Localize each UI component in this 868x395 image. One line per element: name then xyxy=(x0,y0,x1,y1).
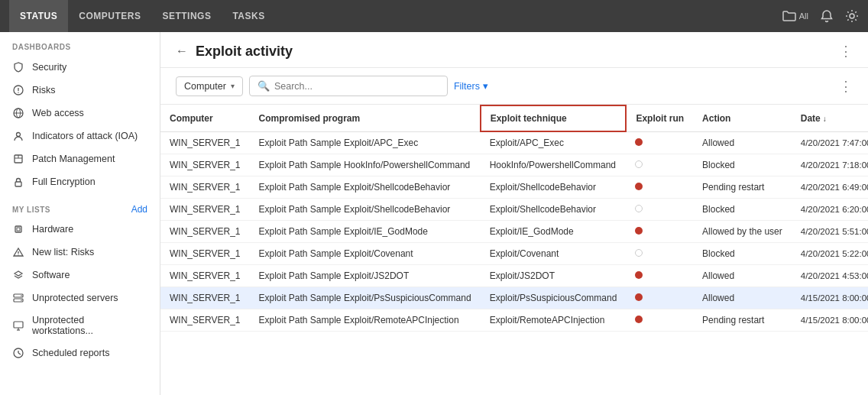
bell-icon[interactable] xyxy=(821,10,833,23)
top-nav-right: All xyxy=(782,9,859,23)
tab-status[interactable]: STATUS xyxy=(9,0,68,32)
sidebar-item-security[interactable]: Security xyxy=(0,56,160,79)
sidebar-item-unprotected-servers-label: Unprotected servers xyxy=(32,293,118,303)
cell-technique: Exploit/JS2DOT xyxy=(481,265,627,287)
table-row[interactable]: WIN_SERVER_1 Exploit Path Sample Exploit… xyxy=(160,309,868,332)
sidebar-item-ioa-label: Indicators of attack (IOA) xyxy=(32,131,138,141)
cell-computer: WIN_SERVER_1 xyxy=(160,221,249,243)
col-date[interactable]: Date↓ xyxy=(792,105,868,131)
sidebar-item-scheduled-reports[interactable]: Scheduled reports xyxy=(0,342,160,364)
top-nav: STATUS COMPUTERS SETTINGS TASKS All xyxy=(0,0,868,32)
cell-action: Allowed xyxy=(693,131,792,154)
cell-dot xyxy=(626,309,693,332)
svg-line-25 xyxy=(18,353,21,355)
user-icon xyxy=(12,130,24,142)
globe-icon xyxy=(12,107,24,119)
cell-technique: Exploit/PsSuspiciousCommand xyxy=(481,287,627,309)
exploit-activity-table: Computer Compromised program Exploit tec… xyxy=(160,105,868,332)
lock-icon xyxy=(12,176,24,188)
gear-icon[interactable] xyxy=(845,9,859,23)
folder-all-label: All xyxy=(799,11,808,21)
sidebar-item-hardware[interactable]: Hardware xyxy=(0,218,160,241)
shield-icon xyxy=(12,61,24,73)
cell-technique: HookInfo/PowershellCommand xyxy=(481,154,627,176)
cell-action: Allowed by the user xyxy=(693,221,792,243)
sidebar-item-encryption-label: Full Encryption xyxy=(32,176,96,187)
table-header-row: Computer Compromised program Exploit tec… xyxy=(160,105,868,131)
cell-action: Blocked xyxy=(693,243,792,265)
sidebar-item-encryption[interactable]: Full Encryption xyxy=(0,170,160,193)
layers-icon xyxy=(12,269,24,281)
my-lists-label: MY LISTS xyxy=(12,206,50,214)
cell-date: 4/15/2021 8:00:00 PM xyxy=(792,309,868,332)
cell-date: 4/15/2021 8:00:00 PM xyxy=(792,287,868,309)
col-action[interactable]: Action xyxy=(693,105,792,131)
back-button[interactable]: ← xyxy=(176,44,188,58)
sidebar-item-web-access[interactable]: Web access xyxy=(0,102,160,125)
table-row[interactable]: WIN_SERVER_1 Exploit Path Sample Exploit… xyxy=(160,199,868,221)
cell-computer: WIN_SERVER_1 xyxy=(160,265,249,287)
col-exploit-run[interactable]: Exploit run xyxy=(626,105,693,131)
cell-computer: WIN_SERVER_1 xyxy=(160,131,249,154)
add-list-button[interactable]: Add xyxy=(131,204,147,215)
cell-action: Pending restart xyxy=(693,176,792,199)
tab-tasks[interactable]: TASKS xyxy=(222,0,275,32)
sidebar: DASHBOARDS Security Risks Web access Ind… xyxy=(0,32,160,395)
tab-settings[interactable]: SETTINGS xyxy=(151,0,222,32)
filter-bar-more-button[interactable]: ⋮ xyxy=(839,78,853,95)
sidebar-item-unprotected-servers[interactable]: Unprotected servers xyxy=(0,287,160,309)
table-row[interactable]: WIN_SERVER_1 Exploit Path Sample Exploit… xyxy=(160,265,868,287)
cell-computer: WIN_SERVER_1 xyxy=(160,176,249,199)
sidebar-item-ioa[interactable]: Indicators of attack (IOA) xyxy=(0,125,160,147)
sidebar-item-software[interactable]: Software xyxy=(0,264,160,287)
sidebar-item-risks[interactable]: Risks xyxy=(0,79,160,102)
svg-point-19 xyxy=(21,299,22,301)
table-row[interactable]: WIN_SERVER_1 Exploit Path Sample Exploit… xyxy=(160,176,868,199)
sidebar-item-patch-label: Patch Management xyxy=(32,154,115,164)
cell-date: 4/20/2021 5:22:00 PM xyxy=(792,243,868,265)
col-compromised-program[interactable]: Compromised program xyxy=(249,105,480,131)
folder-all-button[interactable]: All xyxy=(782,10,808,22)
svg-rect-20 xyxy=(14,322,23,328)
cell-computer: WIN_SERVER_1 xyxy=(160,199,249,221)
cell-action: Pending restart xyxy=(693,309,792,332)
search-box: 🔍 xyxy=(249,76,448,96)
col-computer[interactable]: Computer xyxy=(160,105,249,131)
cell-program: Exploit Path Sample Exploit/JS2DOT xyxy=(249,265,480,287)
package-icon xyxy=(12,153,24,165)
sidebar-item-unprotected-workstations[interactable]: Unprotected workstations... xyxy=(0,309,160,342)
sidebar-item-patch[interactable]: Patch Management xyxy=(0,147,160,170)
svg-rect-13 xyxy=(17,228,20,231)
sidebar-item-scheduled-reports-label: Scheduled reports xyxy=(32,348,109,358)
cell-dot xyxy=(626,221,693,243)
cell-computer: WIN_SERVER_1 xyxy=(160,309,249,332)
cell-date: 4/20/2021 4:53:00 PM xyxy=(792,265,868,287)
alert-circle-icon xyxy=(12,84,24,96)
cell-date: 4/20/2021 7:18:00 PM xyxy=(792,154,868,176)
cell-program: Exploit Path Sample Exploit/APC_Exec xyxy=(249,131,480,154)
search-input[interactable] xyxy=(274,81,439,92)
table-row[interactable]: WIN_SERVER_1 Exploit Path Sample HookInf… xyxy=(160,154,868,176)
cell-action: Blocked xyxy=(693,199,792,221)
page-title: Exploit activity xyxy=(196,44,839,60)
table-row[interactable]: WIN_SERVER_1 Exploit Path Sample Exploit… xyxy=(160,131,868,154)
content-area: ← Exploit activity ⋮ Computer ▾ 🔍 Filter… xyxy=(160,32,868,395)
filter-dropdown-label: Computer xyxy=(184,81,226,92)
cell-action: Allowed xyxy=(693,265,792,287)
cell-program: Exploit Path Sample Exploit/RemoteAPCInj… xyxy=(249,309,480,332)
sidebar-item-software-label: Software xyxy=(32,270,70,280)
table-row[interactable]: WIN_SERVER_1 Exploit Path Sample Exploit… xyxy=(160,287,868,309)
sidebar-item-new-risks[interactable]: New list: Risks xyxy=(0,241,160,264)
table-row[interactable]: WIN_SERVER_1 Exploit Path Sample Exploit… xyxy=(160,221,868,243)
sidebar-item-new-risks-label: New list: Risks xyxy=(32,247,94,257)
header-more-button[interactable]: ⋮ xyxy=(839,43,853,60)
server-icon xyxy=(12,292,24,304)
col-exploit-technique[interactable]: Exploit technique xyxy=(481,105,627,131)
tab-computers[interactable]: COMPUTERS xyxy=(68,0,151,32)
cell-action: Allowed xyxy=(693,287,792,309)
cell-dot xyxy=(626,154,693,176)
cell-technique: Exploit/Covenant xyxy=(481,243,627,265)
filters-button[interactable]: Filters ▾ xyxy=(454,80,488,92)
computer-filter-dropdown[interactable]: Computer ▾ xyxy=(176,76,243,96)
table-row[interactable]: WIN_SERVER_1 Exploit Path Sample Exploit… xyxy=(160,243,868,265)
